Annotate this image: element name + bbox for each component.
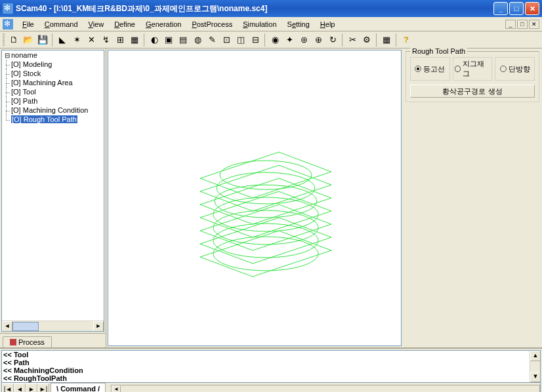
toolbar: 🗋 📂 💾 ◣ ✶ ✕ ↯ ⊞ ▦ ◐ ▣ ▤ ◍ ✎ ⊡ ◫ ⊟ ◉ ✦ ⊛ … xyxy=(0,31,542,49)
scroll-down-icon[interactable]: ▼ xyxy=(530,372,541,382)
menu-generation[interactable]: Generation xyxy=(140,19,186,29)
tool-icon-9[interactable]: ▤ xyxy=(177,33,190,47)
tool-icon-16[interactable]: ✦ xyxy=(283,33,296,47)
left-panel: noname [O] Modeling[O] Stock[O] Machinin… xyxy=(0,49,106,347)
radio-oneway[interactable]: 단방향 xyxy=(495,57,535,81)
process-tab-label: Process xyxy=(18,338,45,346)
svg-point-13 xyxy=(213,237,318,271)
log-line: << MachiningCondition xyxy=(2,366,540,374)
menu-help[interactable]: Help xyxy=(315,19,341,29)
tool-icon-7[interactable]: ◐ xyxy=(148,33,161,47)
tree-root[interactable]: noname xyxy=(2,50,104,60)
tool-icon-6[interactable]: ▦ xyxy=(128,33,141,47)
tool-icon-20[interactable]: ✂ xyxy=(346,33,359,47)
tool-icon-12[interactable]: ⊡ xyxy=(220,33,233,47)
group-legend: Rough Tool Path xyxy=(410,47,467,55)
bottom-panel: << Tool<< Path<< MachiningCondition<< Ro… xyxy=(0,347,542,392)
svg-point-11 xyxy=(213,224,318,258)
mdi-close-button[interactable]: ✕ xyxy=(529,20,539,29)
tool-icon-13[interactable]: ◫ xyxy=(234,33,247,47)
tool-icon-5[interactable]: ⊞ xyxy=(114,33,127,47)
nav-next-icon[interactable]: ► xyxy=(26,383,37,393)
log-output[interactable]: << Tool<< Path<< MachiningCondition<< Ro… xyxy=(1,350,541,383)
open-icon[interactable]: 📂 xyxy=(22,33,35,47)
tool-icon-3[interactable]: ✕ xyxy=(85,33,98,47)
command-tab[interactable]: \ Command / xyxy=(51,383,106,392)
tree-hscrollbar[interactable]: ◄ ► xyxy=(2,321,104,331)
menu-define[interactable]: Define xyxy=(109,19,140,29)
app-icon xyxy=(3,3,13,14)
tree-item[interactable]: [O] Path xyxy=(2,96,104,106)
window-buttons: _ □ ✕ xyxy=(493,2,539,15)
radio-contour[interactable]: 등고선 xyxy=(410,57,450,81)
viewport-3d[interactable] xyxy=(108,50,402,346)
tree-view[interactable]: noname [O] Modeling[O] Stock[O] Machinin… xyxy=(1,50,104,332)
mdi-restore-button[interactable]: □ xyxy=(517,20,528,29)
menu-command[interactable]: Command xyxy=(39,19,83,29)
scroll-left-icon[interactable]: ◄ xyxy=(2,321,12,332)
menu-setting[interactable]: Setting xyxy=(282,19,315,29)
tool-icon-17[interactable]: ⊛ xyxy=(297,33,310,47)
generate-button[interactable]: 황삭공구경로 생성 xyxy=(410,85,535,98)
scroll-up-icon[interactable]: ▲ xyxy=(530,351,541,361)
menu-postprocess[interactable]: PostProcess xyxy=(186,19,238,29)
maximize-button[interactable]: □ xyxy=(509,2,524,15)
tool-icon-1[interactable]: ◣ xyxy=(56,33,69,47)
rough-tool-path-group: Rough Tool Path 등고선 지그재그 단방향 황삭공구경로 생성 xyxy=(406,51,539,102)
tool-icon-2[interactable]: ✶ xyxy=(70,33,83,47)
tree-item[interactable]: [O] Rough Tool Path xyxy=(2,115,104,124)
tree-item[interactable]: [O] Machining Area xyxy=(2,78,104,87)
menu-view[interactable]: View xyxy=(83,19,110,29)
window-title: SCam40 - [I:\01_KM테크R&BD과제\0_과제메인프로그램\no… xyxy=(16,3,493,14)
tool-icon-18[interactable]: ⊕ xyxy=(312,33,325,47)
right-panel: Rough Tool Path 등고선 지그재그 단방향 황삭공구경로 생성 xyxy=(403,49,542,347)
tool-icon-19[interactable]: ↻ xyxy=(326,33,339,47)
nav-last-icon[interactable]: ►| xyxy=(37,383,49,393)
radio-zigzag[interactable]: 지그재그 xyxy=(453,57,493,81)
command-scrollbar[interactable]: ◄ xyxy=(111,385,540,393)
tree-item[interactable]: [O] Machining Condition xyxy=(2,106,104,115)
tree-item[interactable]: [O] Modeling xyxy=(2,60,104,69)
nav-first-icon[interactable]: |◄ xyxy=(2,383,14,393)
scroll-right-icon[interactable]: ► xyxy=(93,321,104,332)
left-tab-bar: Process xyxy=(0,333,106,347)
command-nav-row: |◄ ◄ ► ►| \ Command / ◄ xyxy=(1,383,541,392)
save-icon[interactable]: 💾 xyxy=(36,33,49,47)
log-line: << RoughToolPath xyxy=(2,374,540,382)
mdi-app-icon xyxy=(3,19,13,29)
process-tab-icon xyxy=(10,339,16,345)
nav-prev-icon[interactable]: ◄ xyxy=(14,383,26,393)
tool-icon-21[interactable]: ⚙ xyxy=(360,33,373,47)
toolpath-graphic xyxy=(108,50,397,345)
tool-icon-11[interactable]: ✎ xyxy=(205,33,219,47)
log-vscrollbar[interactable]: ▲ ▼ xyxy=(530,351,540,382)
help-icon[interactable]: ? xyxy=(400,33,413,47)
menu-simulation[interactable]: Simulation xyxy=(238,19,281,29)
tool-icon-22[interactable]: ▦ xyxy=(380,33,393,47)
minimize-button[interactable]: _ xyxy=(493,2,508,15)
menu-bar: File Command View Define Generation Post… xyxy=(0,17,542,31)
tool-icon-14[interactable]: ⊟ xyxy=(249,33,262,47)
tree-item[interactable]: [O] Tool xyxy=(2,87,104,96)
new-icon[interactable]: 🗋 xyxy=(7,33,20,47)
mdi-minimize-button[interactable]: _ xyxy=(505,20,516,29)
title-bar: SCam40 - [I:\01_KM테크R&BD과제\0_과제메인프로그램\no… xyxy=(0,0,542,17)
close-button[interactable]: ✕ xyxy=(525,2,539,15)
process-tab[interactable]: Process xyxy=(3,336,52,347)
tool-icon-10[interactable]: ◍ xyxy=(191,33,204,47)
log-line: << Tool xyxy=(2,351,540,359)
log-line: << Path xyxy=(2,359,540,366)
tool-icon-15[interactable]: ◉ xyxy=(268,33,281,47)
scroll-thumb[interactable] xyxy=(12,322,39,331)
tool-icon-8[interactable]: ▣ xyxy=(162,33,175,47)
menu-file[interactable]: File xyxy=(17,19,39,29)
tree-item[interactable]: [O] Stock xyxy=(2,69,104,78)
tool-icon-4[interactable]: ↯ xyxy=(99,33,112,47)
log-selection xyxy=(2,382,540,383)
